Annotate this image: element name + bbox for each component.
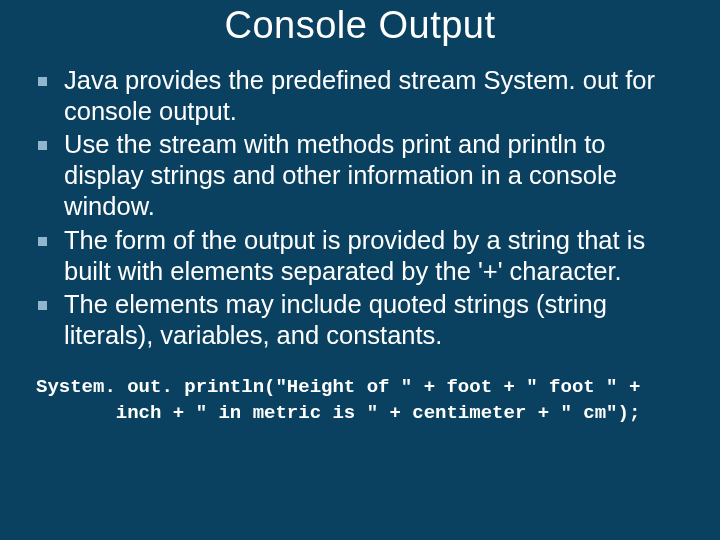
list-item: The elements may include quoted strings … <box>30 289 690 351</box>
slide-title: Console Output <box>16 4 704 47</box>
list-item: Use the stream with methods print and pr… <box>30 129 690 222</box>
slide: Console Output Java provides the predefi… <box>0 0 720 540</box>
list-item: Java provides the predefined stream Syst… <box>30 65 690 127</box>
code-example: System. out. println("Height of " + foot… <box>36 375 704 426</box>
bullet-list: Java provides the predefined stream Syst… <box>30 65 690 351</box>
list-item: The form of the output is provided by a … <box>30 225 690 287</box>
